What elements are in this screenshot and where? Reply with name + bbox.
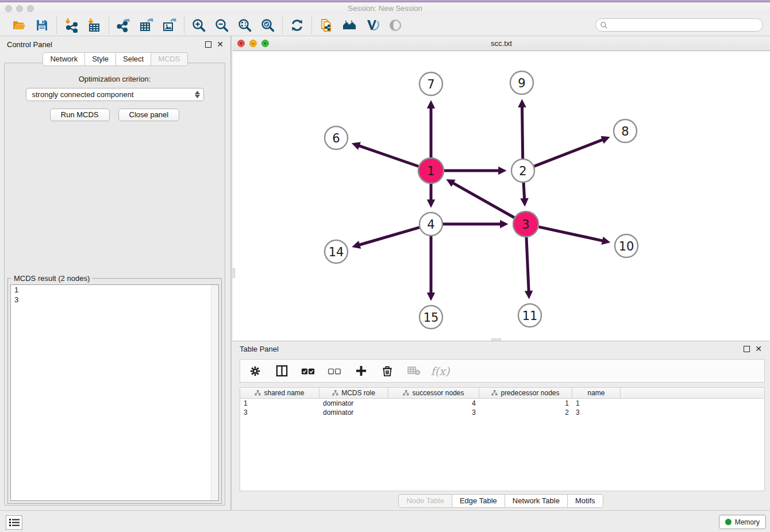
search-input[interactable] [608, 20, 763, 30]
zoom-selected-icon[interactable] [259, 17, 276, 34]
function-builder-icon: f(x) [433, 364, 447, 378]
tab-node-table[interactable]: Node Table [398, 494, 452, 508]
column-header-successor-nodes[interactable]: successor nodes [388, 388, 479, 398]
import-network-icon[interactable] [63, 17, 80, 34]
tab-edge-table[interactable]: Edge Table [452, 494, 505, 508]
deselect-all-icon[interactable] [328, 364, 341, 378]
column-header-predecessor-nodes[interactable]: predecessor nodes [479, 388, 572, 398]
status-bar: Memory [0, 510, 770, 532]
fx-label: f(x) [431, 365, 450, 377]
export-network-icon[interactable] [115, 17, 132, 34]
cell-name[interactable]: 1 [572, 399, 621, 408]
visual-styles-icon[interactable] [364, 17, 381, 34]
graph-edge-3-10[interactable] [538, 227, 602, 241]
column-header-mcds-role[interactable]: MCDS role [319, 388, 388, 398]
settings-icon[interactable] [248, 364, 262, 378]
first-neighbors-icon[interactable] [341, 17, 358, 34]
task-history-button[interactable] [6, 515, 22, 530]
network-minimize-icon[interactable]: − [249, 40, 257, 47]
control-panel-title: Control Panel [7, 40, 52, 49]
cell-successor-nodes[interactable]: 3 [388, 408, 479, 417]
mcds-result-textarea[interactable]: 1 3 [10, 284, 219, 501]
zoom-in-icon[interactable] [190, 17, 207, 34]
cell-name[interactable]: 3 [572, 408, 621, 417]
export-table-icon[interactable] [138, 17, 155, 34]
save-session-icon[interactable] [33, 17, 51, 34]
tab-mcds[interactable]: MCDS [151, 52, 187, 66]
column-label: predecessor nodes [500, 389, 559, 397]
graph-edge-1-6[interactable] [359, 146, 419, 167]
tab-network[interactable]: Network [43, 52, 85, 66]
network-view-titlebar: ✕ − + scc.txt [233, 36, 770, 51]
close-panel-button[interactable]: Close panel [118, 109, 180, 121]
control-panel: Control Panel ✕ Network Style Select MCD… [0, 36, 232, 510]
network-view-title: scc.txt [233, 39, 770, 48]
clone-network-icon[interactable] [318, 17, 335, 34]
tab-style[interactable]: Style [85, 52, 116, 66]
select-chevrons-icon [195, 91, 200, 98]
tab-network-table[interactable]: Network Table [505, 494, 568, 508]
result-scrollbar[interactable] [211, 285, 218, 500]
cell-shared-name[interactable]: 1 [240, 399, 319, 408]
column-header-name[interactable]: name [572, 388, 621, 398]
cell-mcds-role[interactable]: dominator [319, 408, 388, 417]
table-row[interactable]: 3 dominator 3 2 3 [240, 408, 764, 417]
optimization-criterion-label: Optimization criterion: [5, 75, 225, 83]
add-column-icon[interactable] [354, 364, 368, 378]
graph-edge-2-3[interactable] [523, 183, 525, 199]
column-view-icon[interactable] [275, 364, 288, 378]
graph-edge-4-14[interactable] [359, 228, 419, 245]
network-canvas[interactable]: 7968124314101511 [233, 51, 770, 341]
import-table-icon[interactable] [86, 17, 103, 34]
cell-mcds-role[interactable]: dominator [319, 399, 388, 408]
graph-node-label-15: 15 [424, 311, 439, 325]
cell-predecessor-nodes[interactable]: 1 [479, 399, 572, 408]
network-close-icon[interactable]: ✕ [237, 40, 245, 47]
mcds-result-title: MCDS result (2 nodes) [11, 274, 92, 283]
criterion-selected-value: strongly connected component [32, 90, 195, 99]
mcds-tab-content: Optimization criterion: strongly connect… [4, 63, 225, 506]
close-table-panel-icon[interactable]: ✕ [755, 346, 762, 352]
column-type-icon [332, 390, 338, 396]
float-table-panel-icon[interactable] [744, 346, 750, 352]
cell-predecessor-nodes[interactable]: 2 [479, 408, 572, 417]
open-file-icon[interactable] [10, 17, 28, 34]
table-row[interactable]: 1 dominator 4 1 1 [240, 399, 764, 408]
run-mcds-button[interactable]: Run MCDS [50, 109, 110, 121]
graph-node-label-6: 6 [332, 132, 340, 145]
network-graph[interactable]: 7968124314101511 [233, 51, 770, 341]
delete-column-icon[interactable] [380, 364, 394, 378]
node-table: shared name MCDS role successor nodes pr… [240, 387, 765, 491]
zoom-out-icon[interactable] [213, 17, 230, 34]
tab-motifs[interactable]: Motifs [568, 494, 603, 508]
cell-shared-name[interactable]: 3 [240, 408, 319, 417]
graph-node-label-3: 3 [522, 218, 529, 232]
graph-edge-2-9[interactable] [522, 107, 523, 159]
table-tabs: Node Table Edge Table Network Table Moti… [232, 494, 770, 508]
network-view-window: ✕ − + scc.txt 7968124314101511 [233, 36, 770, 341]
tab-select[interactable]: Select [116, 52, 151, 66]
float-panel-icon[interactable] [205, 41, 211, 48]
graph-node-label-9: 9 [518, 76, 525, 90]
search-icon [600, 21, 608, 29]
graph-edge-2-8[interactable] [534, 140, 603, 166]
graph-node-label-8: 8 [621, 125, 629, 138]
select-all-icon[interactable] [301, 364, 315, 378]
column-header-shared-name[interactable]: shared name [240, 388, 319, 398]
apply-layout-icon[interactable] [288, 17, 306, 34]
cell-successor-nodes[interactable]: 4 [388, 399, 479, 408]
graph-edge-3-1[interactable] [453, 183, 514, 218]
table-header-row: shared name MCDS role successor nodes pr… [240, 388, 764, 399]
criterion-select[interactable]: strongly connected component [26, 88, 204, 101]
window-title: Session: New Session [0, 4, 770, 13]
zoom-fit-icon[interactable] [236, 17, 253, 34]
search-field[interactable] [595, 18, 763, 32]
network-maximize-icon[interactable]: + [261, 40, 269, 47]
mcds-result-fieldset: MCDS result (2 nodes) 1 3 [7, 278, 222, 504]
graph-edge-3-11[interactable] [526, 237, 529, 291]
memory-label: Memory [735, 518, 760, 526]
export-image-icon[interactable] [161, 17, 178, 34]
memory-button[interactable]: Memory [719, 515, 766, 529]
close-panel-icon[interactable]: ✕ [217, 41, 224, 48]
vertical-scrollbar-thumb[interactable] [231, 268, 235, 278]
